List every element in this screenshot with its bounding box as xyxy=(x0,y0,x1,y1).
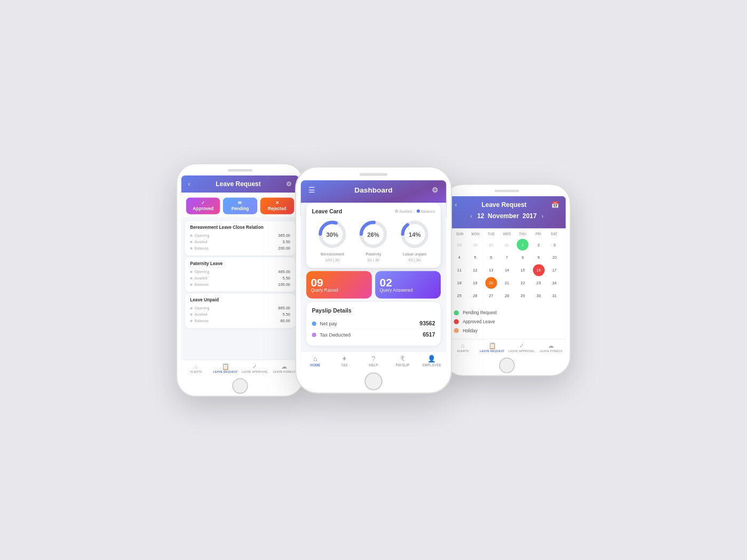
list-icon-r: 📋 xyxy=(489,342,496,349)
phone-center: ☰ Dashboard ⚙ Leave Card Availed Balance xyxy=(295,166,452,394)
tab-pending[interactable]: ✉ Pending xyxy=(223,197,257,214)
home-button-right[interactable] xyxy=(499,357,514,373)
netpay-value: 93562 xyxy=(419,321,435,327)
cal-cell[interactable]: 27 xyxy=(485,290,497,301)
nav-leave-approval-label: LEAVE APPROVAL xyxy=(242,370,268,373)
tab-approved[interactable]: ✓ Approved xyxy=(186,197,220,214)
day-sat: SAT xyxy=(546,231,562,237)
cal-cell[interactable]: 11 xyxy=(454,265,465,276)
approved-icon: ✓ xyxy=(201,201,205,205)
cal-cell[interactable]: 15 xyxy=(517,265,529,276)
cal-icon[interactable]: 📅 xyxy=(551,201,559,209)
pending-legend-dot xyxy=(454,310,459,315)
prev-month-btn[interactable]: ‹ xyxy=(470,213,472,220)
day-tue: TUE xyxy=(483,231,499,237)
leave-card: Leave Card Availed Balance 30% xyxy=(306,203,441,268)
donut-unpaid-sub: 60 | 30 xyxy=(409,258,420,262)
cal-cell[interactable]: 31 xyxy=(549,290,560,301)
query-raised-card[interactable]: 09 Query Raised xyxy=(306,271,372,298)
nav-employee-label: EMPLOYEE xyxy=(423,363,441,366)
payslip-tax-row: Tax Deducted 6517 xyxy=(312,329,435,340)
nav-leave-approval-r[interactable]: ✓ LEAVE APPROVAL xyxy=(507,341,536,354)
paternity-section: Paternity Leave Opening 465.00 Availed 5… xyxy=(185,258,295,292)
tab-rejected[interactable]: ✕ Rejected xyxy=(260,197,294,214)
cal-cell[interactable]: 24 xyxy=(549,277,560,289)
cal-cell[interactable]: 14 xyxy=(501,265,513,276)
pending-label: Pending xyxy=(232,206,249,211)
cal-cell[interactable]: 6 xyxy=(485,252,497,263)
cal-cell[interactable]: 5 xyxy=(470,252,481,263)
settings-icon[interactable]: ⚙ xyxy=(286,180,292,188)
nav-leave-forecast-label: LEAVE FORECA xyxy=(273,370,296,373)
home-button-center[interactable] xyxy=(364,372,383,390)
cal-cell[interactable]: 2 xyxy=(533,239,544,251)
query-row: 09 Query Raised 02 Query Answered xyxy=(306,271,441,298)
payslip-netpay-row: Net pay 93562 xyxy=(312,318,435,329)
nav-employee[interactable]: 👤 EMPLOYEE xyxy=(417,354,447,368)
home-button-left[interactable] xyxy=(232,378,248,394)
bottom-nav-left: ⌂ ALERTS 📋 LEAVE REQUEST ✓ LEAVE APPROVA… xyxy=(181,359,299,376)
donut-bereavement-sub: 100 | 30 xyxy=(325,258,339,262)
nav-help[interactable]: ? HELP xyxy=(359,354,388,368)
cal-cell[interactable]: 29 xyxy=(470,239,481,251)
left-header: ‹ Leave Request ⚙ xyxy=(181,175,299,193)
leave-row: Balance 100.00 xyxy=(190,282,290,288)
unpaid-title: Leave Unpaid xyxy=(190,298,290,302)
left-title: Leave Request xyxy=(216,180,260,188)
cal-cell[interactable]: 21 xyxy=(501,277,513,289)
cal-cell[interactable]: 17 xyxy=(549,265,560,276)
cal-cell[interactable]: 4 xyxy=(454,252,465,263)
donut-unpaid: 14% Leave unpaid 60 | 30 xyxy=(399,219,430,262)
cal-cell[interactable]: 9 xyxy=(533,252,544,263)
query-raised-num: 09 xyxy=(311,277,338,288)
home-icon: ⌂ xyxy=(313,355,317,363)
cal-cell[interactable]: 22 xyxy=(517,277,529,289)
nav-payslip[interactable]: ₹ PAYSLIP xyxy=(388,354,417,368)
nav-leave-request[interactable]: 📋 LEAVE REQUEST xyxy=(211,362,240,374)
cal-cell[interactable]: 3 xyxy=(549,239,560,251)
cal-cell[interactable]: 19 xyxy=(470,277,481,289)
cal-cell[interactable]: 18 xyxy=(454,277,465,289)
dashboard-title: Dashboard xyxy=(354,186,392,195)
nav-leave-forecast-r[interactable]: ☁ LEAVE FORECA xyxy=(536,341,566,354)
cal-cell[interactable]: 28 xyxy=(454,239,465,251)
donut-bereavement-label: Bereavement xyxy=(321,252,344,256)
menu-icon[interactable]: ☰ xyxy=(308,186,315,195)
back-icon[interactable]: ‹ xyxy=(188,180,190,188)
cal-cell[interactable]: 26 xyxy=(470,290,481,301)
cal-cell[interactable]: 12 xyxy=(470,265,481,276)
nav-alerts-r[interactable]: ⌂ ALERTS xyxy=(448,341,478,354)
payslip-icon: ₹ xyxy=(400,355,404,363)
nav-tax[interactable]: ✦ TAX xyxy=(330,354,359,368)
cal-cell[interactable]: 8 xyxy=(517,252,529,263)
day-mon: MON xyxy=(467,231,483,237)
pending-legend-text: Pending Request xyxy=(463,310,497,315)
cal-cell[interactable]: 10 xyxy=(549,252,560,263)
cal-cell[interactable]: 29 xyxy=(517,290,529,301)
cal-cell[interactable]: 30 xyxy=(485,239,497,251)
cal-cell[interactable]: 16 xyxy=(533,265,544,276)
phone-left: ‹ Leave Request ⚙ ✓ Approved ✉ Pending ✕… xyxy=(176,163,304,397)
day-thu: THU xyxy=(515,231,530,237)
donut-unpaid-label: Leave unpaid xyxy=(403,252,426,256)
cal-cell[interactable]: 1 xyxy=(517,239,529,251)
nav-leave-approval[interactable]: ✓ LEAVE APPROVAL xyxy=(240,362,269,374)
nav-leave-request-r[interactable]: 📋 LEAVE REQUEST xyxy=(478,341,507,354)
cal-cell[interactable]: 23 xyxy=(533,277,544,289)
calendar-cells: 2829303112345678910111213141516171819202… xyxy=(452,239,562,302)
cal-cell[interactable]: 13 xyxy=(485,265,497,276)
cal-cell[interactable]: 7 xyxy=(501,252,513,263)
cal-cell[interactable]: 30 xyxy=(533,290,544,301)
dashboard-settings-icon[interactable]: ⚙ xyxy=(432,186,439,195)
cal-cell[interactable]: 20 xyxy=(485,277,497,289)
approved-legend-dot xyxy=(454,319,459,324)
query-answered-card[interactable]: 02 Query Answered xyxy=(375,271,441,298)
phone-right-screen: ‹ Leave Request 📅 ‹ 12 November 2017 › xyxy=(448,196,566,356)
nav-home[interactable]: ⌂ HOME xyxy=(301,354,330,368)
cal-cell[interactable]: 25 xyxy=(454,290,465,301)
cal-cell[interactable]: 28 xyxy=(501,290,513,301)
cal-back-icon[interactable]: ‹ xyxy=(455,201,457,209)
cal-cell[interactable]: 31 xyxy=(501,239,513,251)
next-month-btn[interactable]: › xyxy=(542,213,544,220)
nav-alerts[interactable]: ⌂ ALERTS xyxy=(181,362,211,374)
